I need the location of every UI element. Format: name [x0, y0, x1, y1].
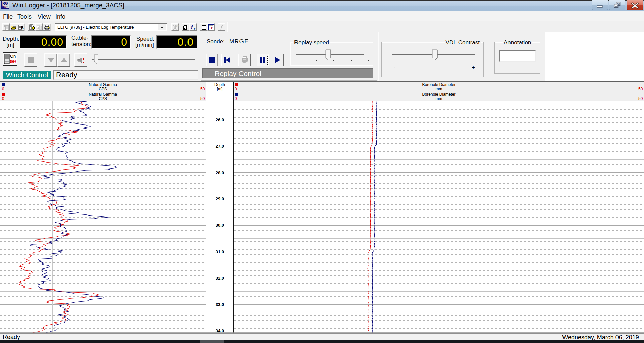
svg-text:28.0: 28.0	[216, 170, 224, 175]
svg-text:32.0: 32.0	[216, 276, 224, 281]
svg-text:26.0: 26.0	[216, 117, 224, 122]
svg-text:29.0: 29.0	[216, 196, 224, 201]
svg-text:OK: OK	[176, 25, 179, 27]
svg-text:27.0: 27.0	[216, 144, 224, 149]
svg-text:34.0: 34.0	[216, 328, 224, 333]
svg-text:x: x	[193, 27, 196, 31]
svg-text:f: f	[191, 24, 193, 30]
svg-text:31.0: 31.0	[216, 249, 224, 254]
svg-text:On: On	[10, 54, 16, 59]
svg-text:30.0: 30.0	[216, 223, 224, 228]
svg-text:Off: Off	[10, 59, 16, 64]
svg-text:33.0: 33.0	[216, 302, 224, 307]
